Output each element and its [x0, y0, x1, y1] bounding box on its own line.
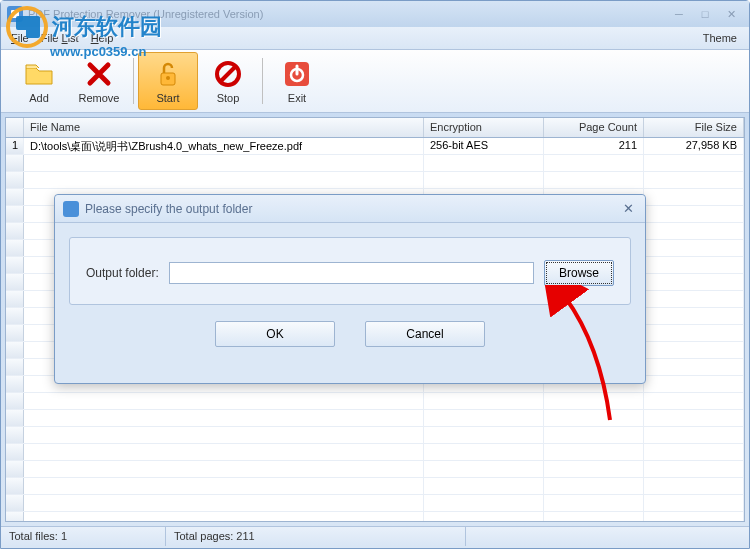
start-button[interactable]: Start — [138, 52, 198, 110]
window-title: PDF Protection Remover (Unregistered Ver… — [28, 8, 667, 20]
x-icon — [83, 58, 115, 90]
status-spacer — [466, 527, 749, 546]
power-icon — [281, 58, 313, 90]
cancel-button[interactable]: Cancel — [365, 321, 485, 347]
output-folder-dialog: Please specify the output folder ✕ Outpu… — [54, 194, 646, 384]
empty-row — [6, 410, 744, 427]
dialog-close-button[interactable]: ✕ — [619, 201, 637, 217]
lock-open-icon — [152, 58, 184, 90]
stop-icon — [212, 58, 244, 90]
folder-add-icon — [23, 58, 55, 90]
empty-row — [6, 495, 744, 512]
menu-filelist[interactable]: File List — [35, 29, 85, 47]
remove-button[interactable]: Remove — [69, 52, 129, 110]
add-button[interactable]: Add — [9, 52, 69, 110]
maximize-button[interactable]: □ — [693, 6, 717, 22]
output-folder-input[interactable] — [169, 262, 534, 284]
app-icon — [7, 6, 23, 22]
titlebar: PDF Protection Remover (Unregistered Ver… — [1, 1, 749, 27]
table-row[interactable]: 1 D:\tools\桌面\说明书\ZBrush4.0_whats_new_Fr… — [6, 138, 744, 155]
empty-row — [6, 172, 744, 189]
browse-button[interactable]: Browse — [544, 260, 614, 286]
empty-row — [6, 427, 744, 444]
col-encryption[interactable]: Encryption — [424, 118, 544, 137]
dialog-body: Output folder: Browse OK Cancel — [55, 223, 645, 361]
status-totalfiles: Total files: 1 — [1, 527, 166, 546]
menubar: File File List Help Theme — [1, 27, 749, 49]
menu-theme[interactable]: Theme — [695, 29, 745, 47]
svg-point-2 — [166, 76, 170, 80]
ok-button[interactable]: OK — [215, 321, 335, 347]
toolbar-separator — [133, 58, 134, 104]
dialog-panel: Output folder: Browse — [69, 237, 631, 305]
svg-line-4 — [221, 67, 235, 81]
dialog-icon — [63, 201, 79, 217]
exit-button[interactable]: Exit — [267, 52, 327, 110]
toolbar-separator-2 — [262, 58, 263, 104]
col-filesize[interactable]: File Size — [644, 118, 744, 137]
empty-row — [6, 461, 744, 478]
row-encryption: 256-bit AES — [424, 138, 544, 154]
empty-row — [6, 155, 744, 172]
dialog-titlebar: Please specify the output folder ✕ — [55, 195, 645, 223]
col-pagecount[interactable]: Page Count — [544, 118, 644, 137]
statusbar: Total files: 1 Total pages: 211 — [1, 526, 749, 546]
grid-header: File Name Encryption Page Count File Siz… — [6, 118, 744, 138]
stop-button[interactable]: Stop — [198, 52, 258, 110]
dialog-buttons: OK Cancel — [69, 321, 631, 347]
empty-row — [6, 393, 744, 410]
status-totalpages: Total pages: 211 — [166, 527, 466, 546]
col-num[interactable] — [6, 118, 24, 137]
svg-rect-0 — [11, 10, 19, 18]
empty-row — [6, 512, 744, 522]
menu-file[interactable]: File — [5, 29, 35, 47]
row-num: 1 — [6, 138, 24, 154]
row-pagecount: 211 — [544, 138, 644, 154]
output-folder-label: Output folder: — [86, 266, 159, 280]
minimize-button[interactable]: ─ — [667, 6, 691, 22]
close-button[interactable]: ✕ — [719, 6, 743, 22]
toolbar: Add Remove Start Stop Exit — [1, 49, 749, 113]
empty-row — [6, 478, 744, 495]
col-filename[interactable]: File Name — [24, 118, 424, 137]
row-filesize: 27,958 KB — [644, 138, 744, 154]
empty-row — [6, 444, 744, 461]
menu-help[interactable]: Help — [85, 29, 120, 47]
dialog-title: Please specify the output folder — [85, 202, 619, 216]
row-filename: D:\tools\桌面\说明书\ZBrush4.0_whats_new_Free… — [24, 138, 424, 154]
window-controls: ─ □ ✕ — [667, 6, 743, 22]
